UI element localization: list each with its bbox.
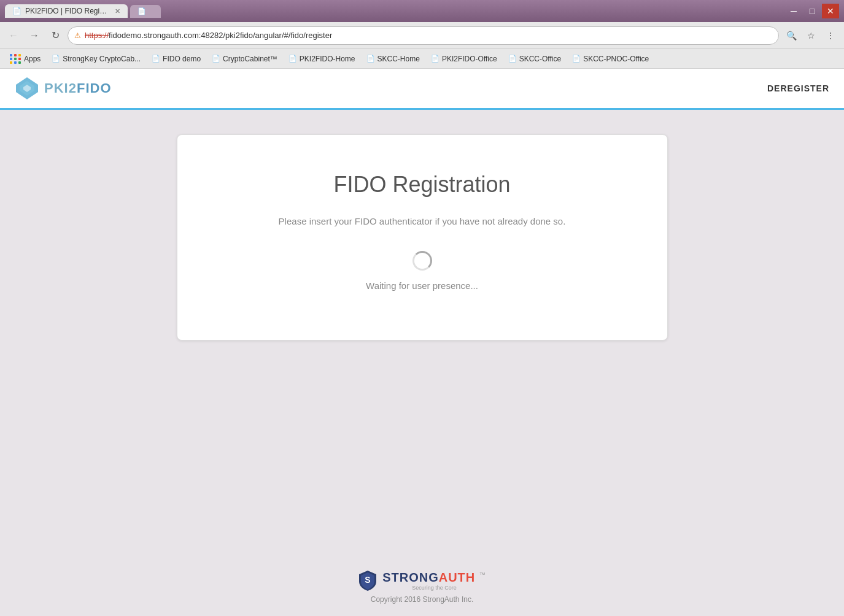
bookmark-skcc-office-label: SKCC-Office [519, 55, 561, 63]
apps-grid-icon [10, 54, 21, 64]
logo-pki: PKI [44, 80, 69, 96]
forward-button[interactable]: → [26, 27, 43, 44]
bookmark-page-icon-2: 📄 [212, 55, 220, 63]
page-content: PKI2FIDO DEREGISTER FIDO Registration Pl… [0, 69, 844, 616]
bookmark-cryptocabinet[interactable]: 📄 CryptoCabinet™ [207, 53, 282, 65]
logo-fido: FIDO [77, 80, 112, 96]
bookmark-apps[interactable]: Apps [5, 52, 45, 66]
registration-subtitle: Please insert your FIDO authenticator if… [226, 216, 618, 226]
footer-brand-container: STRONGAUTH ™ Securing the Core [382, 571, 486, 591]
browser-toolbar: ← → ↻ ⚠ https://fidodemo.strongauth.com:… [0, 22, 844, 49]
registration-card: FIDO Registration Please insert your FID… [177, 134, 668, 341]
browser-window: 📄 PKI2FIDO | FIDO Registra... ✕ 📄 ─ □ ✕ … [0, 0, 844, 616]
back-button[interactable]: ← [5, 27, 22, 44]
spinner-container: Waiting for user presence... [226, 251, 618, 291]
svg-text:S: S [365, 575, 370, 585]
bookmark-fido-demo[interactable]: 📄 FIDO demo [147, 53, 206, 65]
bookmark-star-button[interactable]: ☆ [802, 27, 819, 44]
logo-diamond-icon [15, 76, 39, 101]
bookmark-apps-label: Apps [24, 55, 41, 63]
bookmark-cryptocabinet-label: CryptoCabinet™ [223, 55, 277, 63]
close-button[interactable]: ✕ [822, 4, 839, 18]
minimize-button[interactable]: ─ [785, 4, 802, 18]
address-bar[interactable]: ⚠ https://fidodemo.strongauth.com:48282/… [68, 26, 779, 45]
maximize-button[interactable]: □ [803, 4, 821, 18]
bookmark-strongkey[interactable]: 📄 StrongKey CryptoCab... [47, 53, 145, 65]
bookmark-page-icon-7: 📄 [572, 55, 581, 63]
window-controls: ─ □ ✕ [785, 4, 839, 18]
reload-button[interactable]: ↻ [47, 27, 64, 44]
page-footer: S STRONGAUTH ™ Securing the Core Copyrig… [0, 557, 844, 616]
menu-button[interactable]: ⋮ [822, 27, 839, 44]
bookmarks-bar: Apps 📄 StrongKey CryptoCab... 📄 FIDO dem… [0, 49, 844, 69]
bookmark-pki2fido-office[interactable]: 📄 PKI2FIDO-Office [426, 53, 502, 65]
security-warning-icon: ⚠ [74, 31, 81, 40]
title-bar: 📄 PKI2FIDO | FIDO Registra... ✕ 📄 ─ □ ✕ [0, 0, 844, 22]
app-logo: PKI2FIDO [15, 76, 112, 101]
logo-text: PKI2FIDO [44, 80, 112, 96]
bookmark-page-icon-0: 📄 [52, 55, 60, 63]
bookmark-page-icon-5: 📄 [431, 55, 439, 63]
loading-spinner [412, 251, 432, 271]
footer-strong-text: S [382, 571, 391, 584]
search-button[interactable]: 🔍 [783, 27, 800, 44]
bookmark-pki2fido-home-label: PKI2FIDO-Home [300, 55, 355, 63]
bookmark-pki2fido-home[interactable]: 📄 PKI2FIDO-Home [284, 53, 360, 65]
bookmark-fido-demo-label: FIDO demo [163, 55, 201, 63]
app-header: PKI2FIDO DEREGISTER [0, 69, 844, 110]
tab-page-icon: 📄 [12, 7, 21, 15]
footer-auth-text: A [439, 571, 448, 584]
tab-label: PKI2FIDO | FIDO Registra... [25, 7, 107, 15]
footer-tagline: Securing the Core [382, 585, 486, 591]
bookmark-strongkey-label: StrongKey CryptoCab... [63, 55, 141, 63]
registration-title: FIDO Registration [226, 172, 618, 198]
waiting-text: Waiting for user presence... [366, 280, 478, 291]
bookmark-skcc-pnoc-label: SKCC-PNOC-Office [583, 55, 649, 63]
bookmark-page-icon-6: 📄 [508, 55, 517, 63]
tab-close-button[interactable]: ✕ [115, 7, 120, 15]
footer-trong-text: TRONG [392, 571, 439, 584]
footer-logo: S STRONGAUTH ™ Securing the Core [12, 569, 832, 591]
inactive-tab[interactable]: 📄 [130, 5, 161, 18]
url-rest: fidodemo.strongauth.com:48282/pki2fido/a… [109, 31, 332, 40]
footer-brand-text: STRONGAUTH ™ [382, 571, 486, 584]
bookmark-skcc-home[interactable]: 📄 SKCC-Home [362, 53, 425, 65]
bookmark-page-icon-3: 📄 [288, 55, 297, 63]
url-scheme: https:// [85, 31, 109, 40]
inactive-tab-icon: 📄 [137, 7, 146, 15]
bookmark-skcc-pnoc[interactable]: 📄 SKCC-PNOC-Office [567, 53, 654, 65]
deregister-link[interactable]: DEREGISTER [767, 83, 829, 93]
footer-shield-icon: S [358, 569, 377, 591]
active-tab[interactable]: 📄 PKI2FIDO | FIDO Registra... ✕ [5, 4, 128, 18]
logo-two: 2 [69, 80, 77, 96]
bookmark-skcc-home-label: SKCC-Home [377, 55, 420, 63]
url-display: https://fidodemo.strongauth.com:48282/pk… [85, 31, 772, 40]
bookmark-pki2fido-office-label: PKI2FIDO-Office [442, 55, 497, 63]
footer-uth-text: UTH [448, 571, 475, 584]
bookmark-page-icon-1: 📄 [152, 55, 160, 63]
toolbar-icons: 🔍 ☆ ⋮ [783, 27, 839, 44]
main-content: FIDO Registration Please insert your FID… [0, 110, 844, 557]
bookmark-page-icon-4: 📄 [366, 55, 375, 63]
footer-copyright: Copyright 2016 StrongAuth Inc. [12, 595, 832, 604]
bookmark-skcc-office[interactable]: 📄 SKCC-Office [503, 53, 566, 65]
